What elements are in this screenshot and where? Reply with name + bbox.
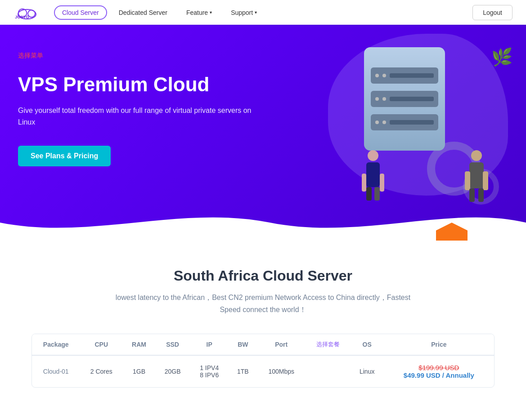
nav-cloud-server[interactable]: Cloud Server [54,5,107,20]
table-header-row: Package CPU RAM SSD IP BW Port 选择套餐 OS P… [32,334,494,355]
svg-rect-14 [469,188,475,202]
cell-select-action [306,355,351,387]
person-left-illustration [360,149,387,205]
col-ram: RAM [123,334,155,355]
cell-ssd: 20GB [155,355,190,387]
cell-bw: 1TB [229,355,257,387]
navbar: JUSTG Cloud Server Dedicated Server Feat… [0,0,526,25]
cell-port: 100Mbps [257,355,305,387]
select-package-button[interactable]: 选择套餐 [316,340,340,349]
cell-ram: 1GB [123,355,155,387]
person-right-illustration [463,149,490,209]
cell-ip: 1 IPV4 8 IPV6 [190,355,229,387]
nav-dedicated-server[interactable]: Dedicated Server [112,6,175,19]
plans-pricing-button[interactable]: See Plans & Pricing [18,146,111,166]
col-ssd: SSD [155,334,190,355]
svg-rect-8 [366,187,372,201]
nav-left: JUSTG Cloud Server Dedicated Server Feat… [13,4,264,22]
logout-button[interactable]: Logout [472,5,513,20]
hero-title: VPS Premium Cloud [18,73,270,96]
svg-rect-12 [465,171,470,190]
svg-text:JUSTG: JUSTG [15,15,29,19]
hero-description: Give yourself total freedom with our ful… [18,105,270,128]
nav-feature[interactable]: Feature ▾ [179,6,219,19]
cell-package: Cloud-01 [32,355,80,387]
svg-point-10 [471,150,482,161]
pricing-table-container: Package CPU RAM SSD IP BW Port 选择套餐 OS P… [31,334,495,388]
col-price: Price [384,334,494,355]
col-bw: BW [229,334,257,355]
cell-price: $199.99 USD $49.99 USD / Annually [384,355,494,387]
pricing-table: Package CPU RAM SSD IP BW Port 选择套餐 OS P… [32,334,494,387]
svg-rect-7 [380,174,384,192]
svg-rect-6 [362,174,366,192]
section-desc: lowest latency to the African，Best CN2 p… [106,291,421,316]
svg-rect-15 [478,188,484,202]
plant-decoration: 🌿 [491,47,513,67]
logo-icon: JUSTG [13,4,40,22]
col-package: Package [32,334,80,355]
table-row: Cloud-01 2 Cores 1GB 20GB 1 IPV4 8 IPV6 … [32,355,494,387]
price-discounted: $49.99 USD / Annually [388,371,490,379]
cell-os: Linux [351,355,384,387]
svg-rect-11 [469,162,484,188]
chevron-down-icon: ▾ [210,10,212,15]
col-port: Port [257,334,305,355]
svg-rect-5 [366,162,380,187]
svg-point-4 [368,150,378,161]
nav-support[interactable]: Support ▾ [224,6,264,19]
col-select: 选择套餐 [306,334,351,355]
svg-rect-13 [483,171,488,190]
select-menu-label[interactable]: 选择菜单 [18,52,270,60]
section-title: South Africa Cloud Server [18,268,508,284]
cell-cpu: 2 Cores [80,355,123,387]
main-section: South Africa Cloud Server lowest latency… [0,241,526,401]
col-cpu: CPU [80,334,123,355]
svg-rect-9 [374,187,380,201]
price-original: $199.99 USD [388,364,490,371]
col-os: OS [351,334,384,355]
hero-section: 🌿 选择菜单 VPS Premium Cloud Give yourself t… [0,25,526,241]
col-ip: IP [190,334,229,355]
server-illustration [364,47,445,151]
hero-content: 选择菜单 VPS Premium Cloud Give yourself tot… [18,52,270,166]
chevron-down-icon: ▾ [255,10,257,15]
logo: JUSTG [13,4,40,22]
